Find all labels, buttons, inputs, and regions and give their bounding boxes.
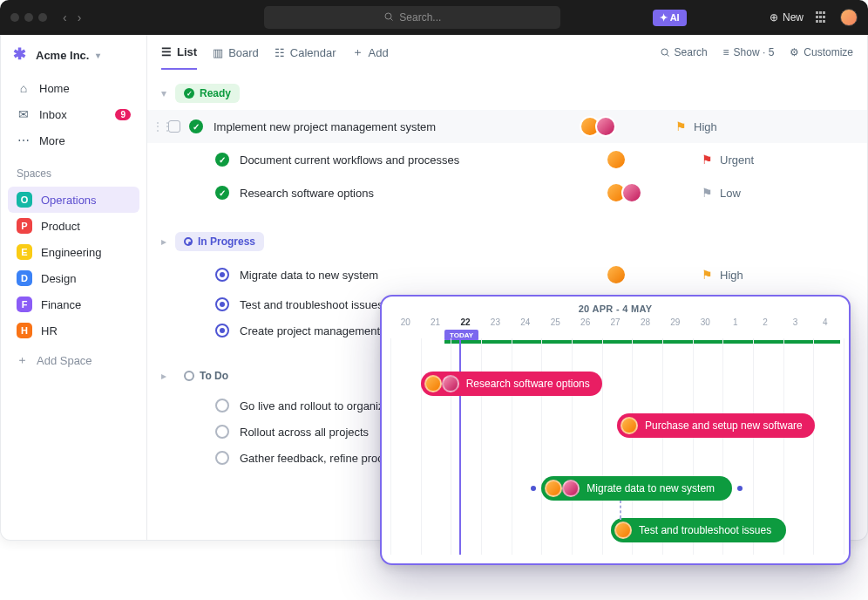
status-icon[interactable] bbox=[215, 324, 229, 338]
space-label: Product bbox=[41, 220, 80, 233]
forward-icon[interactable]: › bbox=[78, 10, 82, 24]
assignee-avatar[interactable] bbox=[545, 480, 562, 497]
space-color-icon: F bbox=[17, 297, 32, 312]
assignee-avatar[interactable] bbox=[424, 375, 442, 392]
assignee-avatar[interactable] bbox=[620, 417, 638, 434]
assignee-avatar[interactable] bbox=[442, 375, 459, 392]
space-color-icon: O bbox=[17, 192, 32, 208]
flag-icon: ⚑ bbox=[675, 119, 687, 133]
plus-circle-icon: ⊕ bbox=[770, 11, 778, 24]
timeline-bar-label: Research software options bbox=[466, 378, 590, 390]
priority-label: Low bbox=[720, 187, 741, 200]
task-row[interactable]: ⋮⋮ Document current workflows and proces… bbox=[147, 143, 867, 176]
group-header-in_progress[interactable]: ▸In Progress bbox=[147, 225, 867, 258]
view-tabs: ☰ List ▥ Board ☷ Calendar ＋ Add Search bbox=[147, 35, 867, 70]
timeline-date: 2 bbox=[750, 317, 780, 327]
timeline-range: 20 APR - 4 MAY bbox=[382, 297, 849, 317]
status-icon[interactable] bbox=[215, 268, 229, 282]
timeline-bar[interactable]: Research software options bbox=[421, 372, 602, 396]
chevron-icon[interactable]: ▾ bbox=[161, 87, 166, 99]
status-icon[interactable] bbox=[215, 399, 229, 412]
task-row[interactable]: ⋮⋮ Implement new project management syst… bbox=[147, 110, 867, 143]
back-icon[interactable]: ‹ bbox=[63, 10, 67, 24]
assignee-avatar[interactable] bbox=[614, 522, 632, 539]
window-controls[interactable] bbox=[10, 13, 47, 22]
nav-more[interactable]: ⋯ More bbox=[8, 127, 139, 153]
search-icon bbox=[383, 11, 394, 24]
task-row[interactable]: ⋮⋮ Migrate data to new system ⚑High bbox=[147, 258, 867, 291]
add-space-label: Add Space bbox=[37, 354, 92, 367]
space-item-product[interactable]: PProduct bbox=[8, 213, 139, 239]
new-button[interactable]: ⊕ New bbox=[770, 11, 804, 24]
timeline-bar[interactable]: Purchase and setup new software bbox=[617, 413, 815, 438]
gear-icon: ⚙ bbox=[790, 46, 799, 58]
assignee-avatar[interactable] bbox=[606, 149, 627, 170]
assignees bbox=[606, 149, 702, 170]
sliders-icon: ≡ bbox=[723, 46, 729, 58]
status-icon[interactable] bbox=[215, 451, 229, 465]
space-label: Engineering bbox=[41, 246, 101, 259]
timeline-date: 26 bbox=[570, 317, 600, 327]
space-item-finance[interactable]: FFinance bbox=[8, 291, 139, 317]
spaces-heading: Spaces bbox=[8, 153, 139, 187]
group-header-ready[interactable]: ▾✓Ready bbox=[147, 77, 867, 110]
space-label: Operations bbox=[41, 194, 97, 207]
chevron-icon[interactable]: ▸ bbox=[161, 235, 166, 248]
toolbar-search-label: Search bbox=[675, 46, 708, 58]
assignee-avatar[interactable] bbox=[595, 116, 616, 137]
search-icon bbox=[660, 47, 670, 58]
timeline-bar[interactable]: Test and troubleshoot issues bbox=[611, 518, 786, 542]
toolbar-customize[interactable]: ⚙ Customize bbox=[790, 46, 853, 58]
chevron-icon[interactable]: ▸ bbox=[161, 370, 166, 382]
status-chip-todo[interactable]: To Do bbox=[175, 366, 237, 385]
nav-home[interactable]: ⌂ Home bbox=[8, 75, 139, 101]
task-priority[interactable]: ⚑High bbox=[702, 268, 806, 282]
nav-inbox-label: Inbox bbox=[39, 108, 67, 121]
space-item-operations[interactable]: OOperations bbox=[8, 187, 139, 213]
ai-button[interactable]: ✦ AI bbox=[653, 10, 687, 26]
tab-list[interactable]: ☰ List bbox=[161, 35, 197, 70]
inbox-icon: ✉ bbox=[17, 107, 31, 121]
status-icon[interactable] bbox=[215, 153, 229, 167]
new-label: New bbox=[783, 11, 804, 24]
status-icon[interactable] bbox=[189, 119, 203, 133]
toolbar-search[interactable]: Search bbox=[660, 46, 708, 58]
checkbox[interactable] bbox=[168, 120, 180, 133]
calendar-icon: ☷ bbox=[275, 46, 285, 59]
task-row[interactable]: ⋮⋮ Research software options ⚑Low bbox=[147, 176, 867, 209]
workspace-switcher[interactable]: Acme Inc. ▾ bbox=[8, 42, 139, 75]
add-space-button[interactable]: ＋ Add Space bbox=[8, 344, 139, 377]
toolbar-customize-label: Customize bbox=[804, 46, 853, 58]
apps-icon[interactable] bbox=[816, 11, 828, 24]
toolbar-show[interactable]: ≡ Show · 5 bbox=[723, 46, 775, 58]
add-view-button[interactable]: ＋ Add bbox=[352, 35, 389, 70]
task-priority[interactable]: ⚑Low bbox=[702, 186, 806, 200]
status-chip-in-progress[interactable]: In Progress bbox=[175, 232, 264, 251]
assignee-avatar[interactable] bbox=[562, 480, 580, 497]
global-search[interactable]: Search... bbox=[264, 6, 560, 29]
tab-calendar[interactable]: ☷ Calendar bbox=[275, 35, 336, 70]
flag-icon: ⚑ bbox=[702, 268, 713, 282]
space-item-engineering[interactable]: EEngineering bbox=[8, 239, 139, 265]
history-nav[interactable]: ‹ › bbox=[63, 10, 81, 24]
user-avatar[interactable] bbox=[840, 9, 858, 26]
task-priority[interactable]: ⚑Urgent bbox=[702, 153, 806, 167]
status-icon[interactable] bbox=[215, 186, 229, 200]
search-placeholder: Search... bbox=[399, 11, 441, 24]
drag-handle-icon[interactable]: ⋮⋮ bbox=[153, 120, 165, 133]
timeline-bar-label: Test and troubleshoot issues bbox=[639, 524, 771, 536]
space-item-hr[interactable]: HHR bbox=[8, 317, 139, 344]
status-chip-ready[interactable]: ✓Ready bbox=[175, 84, 240, 103]
group-label: In Progress bbox=[198, 235, 255, 248]
nav-inbox[interactable]: ✉ Inbox 9 bbox=[8, 101, 139, 127]
tab-board[interactable]: ▥ Board bbox=[213, 35, 259, 70]
timeline-date: 20 bbox=[390, 317, 420, 327]
status-icon[interactable] bbox=[215, 297, 229, 311]
timeline-date: 4 bbox=[810, 317, 840, 327]
assignee-avatar[interactable] bbox=[621, 182, 642, 203]
timeline-bar[interactable]: Migrate data to new system bbox=[541, 476, 731, 501]
task-priority[interactable]: ⚑High bbox=[675, 119, 780, 133]
space-item-design[interactable]: DDesign bbox=[8, 265, 139, 291]
assignee-avatar[interactable] bbox=[606, 264, 627, 285]
status-icon[interactable] bbox=[215, 425, 229, 439]
